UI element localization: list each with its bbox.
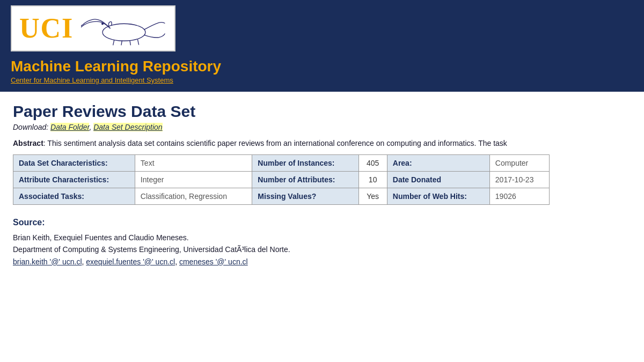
svg-line-3: [130, 41, 130, 46]
characteristics-table: Data Set Characteristics:TextNumber of I…: [13, 154, 550, 205]
table-num-2: Yes: [358, 188, 387, 205]
table-area-value-1: 2017-10-23: [489, 172, 549, 188]
table-label-2: Associated Tasks:: [13, 188, 135, 205]
table-area-value-0: Computer: [489, 155, 549, 172]
site-subtitle[interactable]: Center for Machine Learning and Intellig…: [11, 76, 633, 84]
table-value-1: Integer: [135, 172, 252, 188]
data-description-link[interactable]: Data Set Description: [93, 123, 162, 131]
email1-link[interactable]: brian.keith '@' ucn.cl: [13, 257, 82, 266]
site-title: Machine Learning Repository: [11, 58, 633, 75]
anteater-illustration: [81, 10, 167, 47]
source-line1: Brian Keith, Exequiel Fuentes and Claudi…: [13, 232, 631, 243]
table-row: Associated Tasks:Classification, Regress…: [13, 188, 550, 205]
download-label: Download:: [13, 123, 48, 131]
table-label2-0: Number of Instances:: [252, 155, 358, 172]
page-title: Paper Reviews Data Set: [13, 102, 631, 121]
svg-line-2: [121, 41, 122, 46]
table-row: Attribute Characteristics:IntegerNumber …: [13, 172, 550, 188]
table-area-label-0: Area:: [387, 155, 489, 172]
source-heading: Source:: [13, 218, 631, 227]
site-header: UCI: [0, 0, 644, 92]
svg-line-4: [138, 39, 139, 45]
table-num-1: 10: [358, 172, 387, 188]
table-label2-1: Number of Attributes:: [252, 172, 358, 188]
table-label2-2: Missing Values?: [252, 188, 358, 205]
email2-link[interactable]: exequiel.fuentes '@' ucn.cl: [86, 257, 175, 266]
svg-line-1: [113, 40, 114, 45]
download-line: Download: Data Folder, Data Set Descript…: [13, 123, 631, 131]
table-label-1: Attribute Characteristics:: [13, 172, 135, 188]
source-text: Brian Keith, Exequiel Fuentes and Claudi…: [13, 232, 631, 268]
table-label-0: Data Set Characteristics:: [13, 155, 135, 172]
table-area-label-2: Number of Web Hits:: [387, 188, 489, 205]
table-num-0: 405: [358, 155, 387, 172]
source-emails: brian.keith '@' ucn.cl, exequiel.fuentes…: [13, 256, 631, 268]
table-value-0: Text: [135, 155, 252, 172]
table-area-value-2: 19026: [489, 188, 549, 205]
abstract-paragraph: Abstract: This sentiment analysis data s…: [13, 138, 631, 149]
table-value-2: Classification, Regression: [135, 188, 252, 205]
uci-text: UCI: [19, 14, 74, 42]
svg-point-5: [102, 23, 104, 25]
data-folder-link[interactable]: Data Folder: [50, 123, 89, 131]
main-content: Paper Reviews Data Set Download: Data Fo…: [0, 92, 644, 278]
source-line2: Department of Computing & Systems Engine…: [13, 243, 631, 255]
table-row: Data Set Characteristics:TextNumber of I…: [13, 155, 550, 172]
abstract-content: : This sentiment analysis data set conta…: [43, 139, 507, 147]
table-area-label-1: Date Donated: [387, 172, 489, 188]
uci-logo-box: UCI: [11, 5, 175, 51]
abstract-label: Abstract: [13, 139, 43, 147]
email3-link[interactable]: cmeneses '@' ucn.cl: [179, 257, 248, 266]
